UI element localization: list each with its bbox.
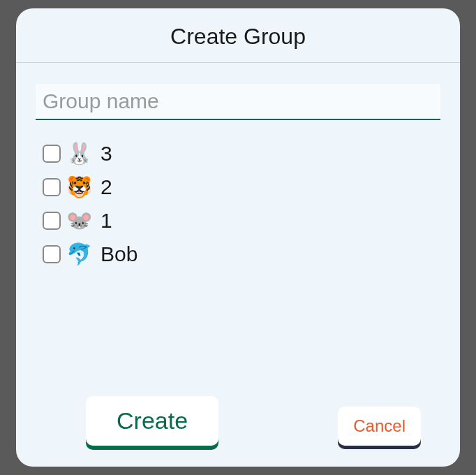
contact-name: 1 xyxy=(101,209,112,233)
contact-checkbox[interactable] xyxy=(43,245,61,263)
contact-name: Bob xyxy=(101,242,137,266)
dialog-body: 🐰 3 🐯 2 🐭 1 🐬 Bob xyxy=(16,63,460,396)
dialog-footer: Create Cancel xyxy=(16,396,460,467)
contact-checkbox[interactable] xyxy=(43,212,61,230)
dolphin-icon: 🐬 xyxy=(66,244,92,265)
contact-name: 2 xyxy=(101,175,112,199)
cancel-button[interactable]: Cancel xyxy=(338,407,421,446)
contact-checkbox[interactable] xyxy=(43,145,61,163)
contact-item: 🐬 Bob xyxy=(43,238,440,271)
create-button[interactable]: Create xyxy=(86,396,218,446)
contact-item: 🐯 2 xyxy=(43,170,440,204)
contact-item: 🐰 3 xyxy=(43,137,440,170)
tiger-icon: 🐯 xyxy=(66,177,92,198)
dialog-title: Create Group xyxy=(16,24,460,50)
mouse-icon: 🐭 xyxy=(66,210,92,231)
contact-checkbox[interactable] xyxy=(43,178,61,196)
contact-item: 🐭 1 xyxy=(43,204,440,238)
create-group-dialog: Create Group 🐰 3 🐯 2 🐭 1 🐬 Bob xyxy=(16,8,460,467)
rabbit-icon: 🐰 xyxy=(66,143,92,164)
group-name-input[interactable] xyxy=(36,84,440,120)
contact-name: 3 xyxy=(101,142,112,166)
contact-list: 🐰 3 🐯 2 🐭 1 🐬 Bob xyxy=(36,137,440,271)
dialog-header: Create Group xyxy=(16,8,460,63)
